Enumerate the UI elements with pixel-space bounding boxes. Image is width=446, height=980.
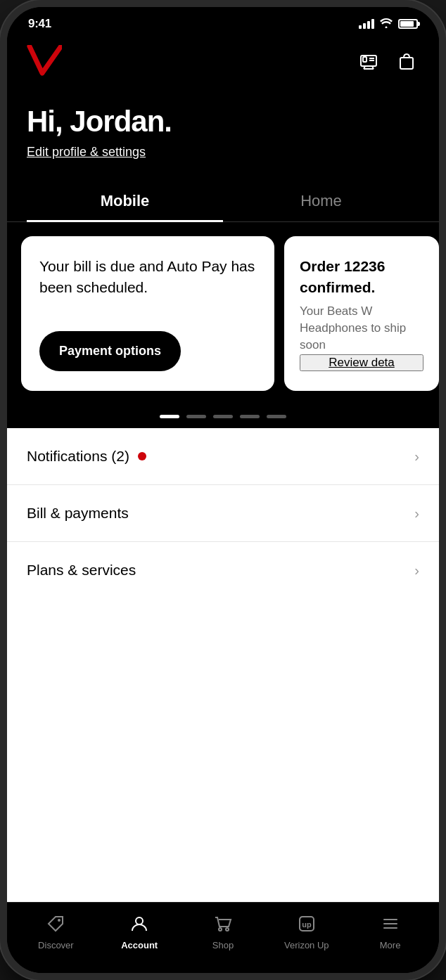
bill-payments-label: Bill & payments xyxy=(27,505,129,522)
account-label: Account xyxy=(121,940,158,950)
shop-cart-icon xyxy=(213,914,233,936)
account-person-icon xyxy=(129,914,149,936)
battery-fill xyxy=(400,21,414,27)
order-card-body: Your Beats W Headphones to ship soon xyxy=(300,303,423,353)
tv-icon-button[interactable] xyxy=(356,49,381,77)
dot-2 xyxy=(186,415,206,418)
menu-list: Notifications (2) › Bill & payments › Pl… xyxy=(7,428,439,902)
bottom-nav: Discover Account xyxy=(7,902,439,973)
bill-payments-chevron-icon: › xyxy=(414,505,419,522)
nav-account[interactable]: Account xyxy=(98,911,181,953)
plans-services-label: Plans & services xyxy=(27,562,136,579)
svg-point-9 xyxy=(58,919,60,922)
bill-payments-menu-item[interactable]: Bill & payments › xyxy=(7,485,439,542)
more-label: More xyxy=(380,940,401,950)
signal-bar-3 xyxy=(367,21,370,29)
payment-options-button[interactable]: Payment options xyxy=(39,331,181,371)
nav-more[interactable]: More xyxy=(348,911,432,953)
signal-bar-2 xyxy=(363,23,366,29)
wifi-icon xyxy=(380,18,393,30)
discover-label: Discover xyxy=(38,940,74,950)
svg-rect-5 xyxy=(363,57,367,62)
svg-point-11 xyxy=(219,928,222,931)
greeting-text: Hi, Jordan. xyxy=(27,105,419,138)
verizon-up-icon: up xyxy=(297,914,317,936)
tabs-container: Mobile Home xyxy=(7,181,439,222)
header-icons xyxy=(356,49,419,77)
nav-verizon-up[interactable]: up Verizon Up xyxy=(265,911,348,953)
status-time: 9:41 xyxy=(28,17,51,31)
tab-home[interactable]: Home xyxy=(223,181,419,221)
dot-4 xyxy=(240,415,260,418)
status-icons xyxy=(359,18,418,30)
bill-card-message: Your bill is due and Auto Pay has been s… xyxy=(39,256,256,297)
battery-icon xyxy=(398,19,418,29)
notifications-label: Notifications (2) xyxy=(27,448,129,465)
signal-bars-icon xyxy=(359,19,374,29)
verizon-logo xyxy=(27,45,62,80)
discover-tag-icon xyxy=(46,914,65,936)
notifications-chevron-icon: › xyxy=(414,449,419,465)
plans-services-menu-item[interactable]: Plans & services › xyxy=(7,542,439,598)
svg-rect-8 xyxy=(400,58,413,69)
nav-discover[interactable]: Discover xyxy=(14,911,98,953)
cards-section: Your bill is due and Auto Pay has been s… xyxy=(7,222,439,405)
signal-bar-1 xyxy=(359,25,362,29)
dot-3 xyxy=(213,415,233,418)
tab-mobile[interactable]: Mobile xyxy=(27,181,223,221)
bill-payments-item-left: Bill & payments xyxy=(27,505,129,522)
more-menu-icon xyxy=(381,914,400,936)
notifications-item-left: Notifications (2) xyxy=(27,448,146,465)
dots-indicator xyxy=(7,405,439,428)
svg-point-12 xyxy=(226,928,229,931)
verizon-up-label: Verizon Up xyxy=(284,940,329,950)
signal-bar-4 xyxy=(371,19,374,29)
plans-services-chevron-icon: › xyxy=(414,562,419,579)
dot-5 xyxy=(267,415,286,418)
order-card: Order 12236 confirmed. Your Beats W Head… xyxy=(284,236,439,391)
nav-shop[interactable]: Shop xyxy=(181,911,265,953)
notification-dot xyxy=(138,452,146,460)
notifications-menu-item[interactable]: Notifications (2) › xyxy=(7,428,439,485)
svg-point-10 xyxy=(136,917,143,924)
svg-text:up: up xyxy=(302,920,312,929)
order-card-title: Order 12236 confirmed. xyxy=(300,256,423,297)
edit-profile-button[interactable]: Edit profile & settings xyxy=(27,145,146,160)
dot-1 xyxy=(160,415,179,418)
white-section: Notifications (2) › Bill & payments › Pl… xyxy=(7,428,439,902)
cards-row: Your bill is due and Auto Pay has been s… xyxy=(21,236,439,391)
status-bar: 9:41 xyxy=(7,7,439,37)
phone-frame: 9:41 xyxy=(0,0,446,980)
review-details-button[interactable]: Review deta xyxy=(300,354,423,371)
phone-screen: 9:41 xyxy=(7,7,439,973)
bill-card: Your bill is due and Auto Pay has been s… xyxy=(21,236,274,391)
bag-icon-button[interactable] xyxy=(394,49,419,77)
greeting-section: Hi, Jordan. Edit profile & settings xyxy=(7,91,439,181)
app-header xyxy=(7,37,439,91)
shop-label: Shop xyxy=(212,940,234,950)
